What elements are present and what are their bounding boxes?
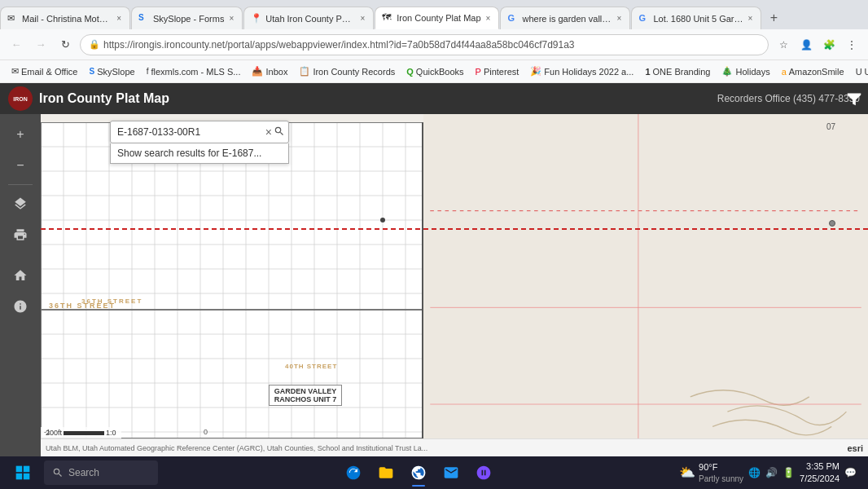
svg-point-37 xyxy=(380,218,385,222)
bookmarks-bar: ✉ Email & Office S SkySlope f flexmls.co… xyxy=(0,60,868,83)
profile-button[interactable]: 👤 xyxy=(796,35,816,55)
tab-plat[interactable]: 🗺 Iron County Plat Map × xyxy=(375,7,499,29)
tab-skyslope[interactable]: S SkySlope - Forms × xyxy=(131,7,243,29)
search-icon xyxy=(274,126,285,137)
bookmark-ironcounty[interactable]: 📋 Iron County Records xyxy=(294,64,400,78)
battery-icon[interactable]: 🔋 xyxy=(783,467,795,478)
info-button[interactable] xyxy=(7,293,34,320)
bookmark-holidays2-icon: 🎄 xyxy=(721,66,733,77)
browser-icon xyxy=(410,465,427,481)
forward-button[interactable]: → xyxy=(31,35,50,55)
url-text: https://irongis.ironcounty.net/portal/ap… xyxy=(103,39,575,51)
nav-bar: ← → ↻ 🔒 https://irongis.ironcounty.net/p… xyxy=(0,29,868,60)
teams-icon xyxy=(476,465,492,481)
street-36th: 36TH STREET xyxy=(81,297,142,305)
taskbar-clock[interactable]: 3:35 PM 7/25/2024 xyxy=(800,460,840,486)
bookmark-unsplash-label: Unsplash xyxy=(865,67,868,77)
zoom-out-icon: − xyxy=(16,158,24,173)
bookmark-holidays[interactable]: 🎉 Fun Holidays 2022 a... xyxy=(525,64,638,78)
app-container: IRON Iron County Plat Map Recorders Offi… xyxy=(0,83,868,456)
tab-favicon-skyslope: S xyxy=(138,13,150,24)
tab-label-skyslope: SkySlope - Forms xyxy=(153,14,224,24)
main-content: + − xyxy=(0,114,868,456)
taskbar-right: ⛅ 90°F Partly sunny 🌐 🔊 🔋 3:35 PM 7/25/2… xyxy=(679,460,863,486)
search-submit-button[interactable] xyxy=(274,126,285,139)
tab-close-plat[interactable]: × xyxy=(484,13,493,24)
status-bar: Utah BLM, Utah Automated Geographic Refe… xyxy=(41,438,868,456)
layers-toggle-button[interactable] xyxy=(7,190,34,218)
taskbar-search-icon xyxy=(52,467,64,478)
refresh-button[interactable]: ↻ xyxy=(55,35,75,55)
filter-icon-btn[interactable] xyxy=(845,90,863,110)
bookmark-pinterest[interactable]: P Pinterest xyxy=(471,65,524,78)
taskbar-search[interactable]: Search xyxy=(44,460,158,485)
volume-icon[interactable]: 🔊 xyxy=(765,467,778,478)
bookmark-holidays2[interactable]: 🎄 Holidays xyxy=(717,64,774,78)
tab-mail[interactable]: ✉ Mail - Christina Moton -... × xyxy=(0,7,130,29)
bookmark-star-button[interactable]: ☆ xyxy=(774,35,793,55)
tab-lot[interactable]: G Lot. 1680 Unit 5 Garden V... × xyxy=(631,7,761,29)
notification-icon[interactable]: 💬 xyxy=(844,467,857,478)
bookmark-email[interactable]: ✉ Email & Office xyxy=(7,64,83,78)
tab-close-lot[interactable]: × xyxy=(747,13,755,24)
search-dropdown-item[interactable]: Show search results for E-1687... xyxy=(111,143,288,163)
edge-icon xyxy=(345,465,362,481)
scale-right-label: 1:0 xyxy=(106,429,116,437)
print-button[interactable] xyxy=(7,221,34,249)
address-bar[interactable]: 🔒 https://irongis.ironcounty.net/portal/… xyxy=(80,34,769,55)
bookmark-skyslope[interactable]: S SkySlope xyxy=(85,65,140,78)
svg-rect-39 xyxy=(24,466,30,473)
scale-line xyxy=(64,431,104,435)
bookmark-quickbooks[interactable]: Q QuickBooks xyxy=(401,65,468,78)
tab-favicon-lot: G xyxy=(638,13,650,24)
app-header: IRON Iron County Plat Map Recorders Offi… xyxy=(0,83,868,114)
taskbar-app-edge[interactable] xyxy=(338,457,369,488)
settings-button[interactable]: ⋮ xyxy=(842,35,861,55)
start-button[interactable] xyxy=(5,456,41,489)
bookmark-unsplash[interactable]: U Unsplash xyxy=(851,65,868,78)
bookmark-inbox[interactable]: 📥 Inbox xyxy=(247,64,292,78)
zoom-out-button[interactable]: − xyxy=(7,152,34,179)
taskbar-app-explorer[interactable] xyxy=(370,457,401,488)
taskbar-app-teams[interactable] xyxy=(468,457,499,488)
bookmark-amazon[interactable]: a AmazonSmile xyxy=(777,65,849,78)
bookmark-quickbooks-label: QuickBooks xyxy=(416,67,464,77)
tab-close-mail[interactable]: × xyxy=(115,13,123,24)
tab-ironcounty[interactable]: 📍 Utah Iron County Parcels... × xyxy=(243,7,374,29)
bookmark-unsplash-icon: U xyxy=(856,67,862,77)
tab-bar: ✉ Mail - Christina Moton -... × S SkySlo… xyxy=(0,0,868,29)
tab-close-gardenvalley[interactable]: × xyxy=(616,13,624,24)
tab-label-mail: Mail - Christina Moton -... xyxy=(22,14,112,24)
windows-icon xyxy=(15,465,31,481)
bookmark-pinterest-label: Pinterest xyxy=(484,67,519,77)
search-input[interactable] xyxy=(114,126,265,138)
taskbar-app-icons xyxy=(161,457,676,488)
weather-widget[interactable]: ⛅ 90°F Partly sunny xyxy=(679,461,743,483)
network-icon[interactable]: 🌐 xyxy=(748,467,761,478)
tab-label-lot: Lot. 1680 Unit 5 Garden V... xyxy=(653,14,743,24)
attribution-text: Utah BLM, Utah Automated Geographic Refe… xyxy=(46,444,427,452)
search-box: × xyxy=(110,121,289,143)
extensions-button[interactable]: 🧩 xyxy=(819,35,839,55)
home-button[interactable] xyxy=(7,262,34,289)
tab-label-gardenvalley: where is garden valley ran... xyxy=(522,14,612,24)
search-dropdown: Show search results for E-1687... xyxy=(110,143,289,164)
tab-close-ironcounty[interactable]: × xyxy=(358,13,366,24)
search-clear-button[interactable]: × xyxy=(265,126,272,138)
taskbar-app-browser[interactable] xyxy=(403,457,434,488)
zoom-in-button[interactable]: + xyxy=(7,121,34,148)
mail-icon xyxy=(443,465,459,481)
taskbar: Search ⛅ 90°F Partly sunny 🌐 xyxy=(0,456,868,489)
tab-close-skyslope[interactable]: × xyxy=(227,13,235,24)
back-button[interactable]: ← xyxy=(7,35,26,55)
new-tab-button[interactable]: + xyxy=(762,7,785,29)
tab-gardenvalley[interactable]: G where is garden valley ran... × xyxy=(500,7,630,29)
map-area[interactable]: × Show search results for E-1687... xyxy=(41,114,868,456)
esri-logo: esri xyxy=(847,443,863,453)
bookmark-email-label: Email & Office xyxy=(21,67,78,77)
bookmark-flexmls[interactable]: f flexmls.com - MLS S... xyxy=(142,65,246,78)
bookmark-one-branding[interactable]: 1 ONE Branding xyxy=(640,65,715,78)
parcel-label-line1: GARDEN VALLEY xyxy=(273,387,338,395)
app-logo: IRON xyxy=(8,86,33,111)
taskbar-app-mail[interactable] xyxy=(436,457,467,488)
